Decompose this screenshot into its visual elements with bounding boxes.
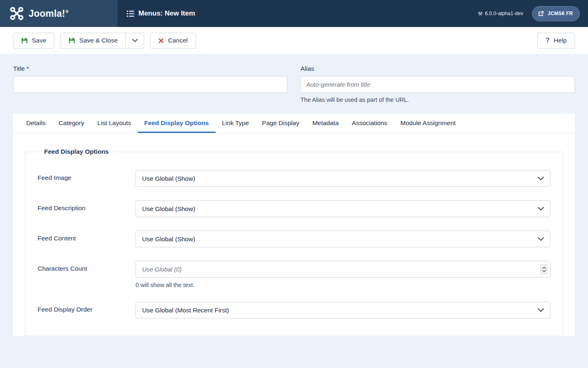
characters-count-help: 0 will show all the text. [136, 282, 550, 288]
number-spinner[interactable] [540, 264, 548, 274]
logo-text: Joomla!® [29, 8, 69, 19]
alias-input[interactable] [301, 76, 575, 93]
menu-list-icon [127, 10, 134, 18]
feed-display-order-select[interactable]: Use Global (Most Recent First) [136, 302, 550, 319]
joomla-logo[interactable]: Joomla!® [0, 0, 118, 27]
feed-content-row: Feed Content Use Global (Show) [38, 231, 550, 247]
preview-site-button[interactable]: JCMS6 FR [532, 6, 580, 21]
tab-details[interactable]: Details [20, 114, 52, 133]
feed-image-label: Feed Image [38, 170, 136, 182]
app-header: Joomla!® Menus: New Item ⚒ 6.0.0-alpha1-… [0, 0, 588, 27]
joomla-logo-icon [10, 7, 24, 20]
help-button[interactable]: ? Help [537, 33, 575, 49]
cancel-button-label: Cancel [168, 37, 187, 44]
feed-display-order-row: Feed Display Order Use Global (Most Rece… [38, 302, 550, 319]
tab-module-assignment[interactable]: Module Assignment [394, 114, 462, 133]
feed-description-row: Feed Description Use Global (Show) [38, 200, 550, 217]
feed-description-select-value: Use Global (Show) [142, 205, 195, 213]
cancel-x-icon [158, 38, 164, 43]
tab-page-display[interactable]: Page Display [256, 114, 306, 133]
help-button-label: Help [554, 37, 567, 44]
save-button-label: Save [32, 37, 46, 44]
feed-description-select[interactable]: Use Global (Show) [136, 200, 550, 217]
cancel-button[interactable]: Cancel [150, 33, 196, 49]
feed-content-label: Feed Content [38, 231, 136, 242]
fieldset-legend: Feed Display Options [38, 148, 114, 155]
toolbar: Save Save & Close Cancel [0, 27, 588, 54]
tab-bar: Details Category List Layouts Feed Displ… [13, 114, 575, 133]
tab-metadata[interactable]: Metadata [306, 114, 345, 133]
version-info: ⚒ 6.0.0-alpha1-dev [478, 11, 523, 17]
feed-content-select-value: Use Global (Show) [142, 236, 195, 243]
feed-description-label: Feed Description [38, 200, 136, 212]
tab-category[interactable]: Category [52, 114, 91, 133]
site-name-label: JCMS6 FR [548, 11, 573, 16]
page-title: Menus: New Item [138, 9, 195, 18]
save-and-close-button[interactable]: Save & Close [60, 33, 126, 49]
feed-image-select-value: Use Global (Show) [142, 175, 195, 182]
alias-label: Alias [301, 65, 575, 72]
save-floppy-icon [69, 37, 75, 44]
feed-image-select[interactable]: Use Global (Show) [136, 170, 550, 187]
chevron-down-icon [538, 207, 544, 211]
save-close-button-group: Save & Close [60, 33, 144, 49]
hammer-icon: ⚒ [478, 11, 482, 17]
characters-count-label: Characters Count [38, 261, 136, 272]
external-link-icon [538, 11, 544, 17]
save-and-close-label: Save & Close [79, 37, 118, 44]
chevron-down-icon [538, 237, 544, 241]
alias-help-text: The Alias will be used as part of the UR… [301, 96, 575, 103]
item-options-panel: Details Category List Layouts Feed Displ… [13, 114, 575, 336]
registered-mark: ® [66, 9, 69, 14]
question-mark-icon: ? [546, 37, 550, 44]
tab-link-type[interactable]: Link Type [216, 114, 256, 133]
save-floppy-icon [21, 37, 28, 44]
characters-count-input[interactable] [136, 261, 550, 278]
tab-associations[interactable]: Associations [345, 114, 394, 133]
save-options-dropdown-toggle[interactable] [126, 33, 144, 49]
title-label: Title * [13, 65, 287, 72]
save-button[interactable]: Save [13, 33, 54, 49]
tab-list-layouts[interactable]: List Layouts [91, 114, 138, 133]
title-alias-section: Title * Alias The Alias will be used as … [0, 54, 588, 103]
chevron-down-icon [538, 308, 544, 312]
title-input[interactable] [13, 76, 287, 93]
chevron-down-icon [538, 177, 544, 180]
tab-feed-display-options[interactable]: Feed Display Options [138, 114, 215, 133]
feed-content-select[interactable]: Use Global (Show) [136, 231, 550, 247]
feed-image-row: Feed Image Use Global (Show) [38, 170, 550, 187]
feed-display-options-fieldset: Feed Display Options Feed Image Use Glob… [25, 148, 563, 336]
feed-display-order-label: Feed Display Order [38, 302, 136, 313]
characters-count-row: Characters Count 0 will show all the tex… [38, 261, 550, 288]
feed-display-order-select-value: Use Global (Most Recent First) [142, 307, 229, 314]
